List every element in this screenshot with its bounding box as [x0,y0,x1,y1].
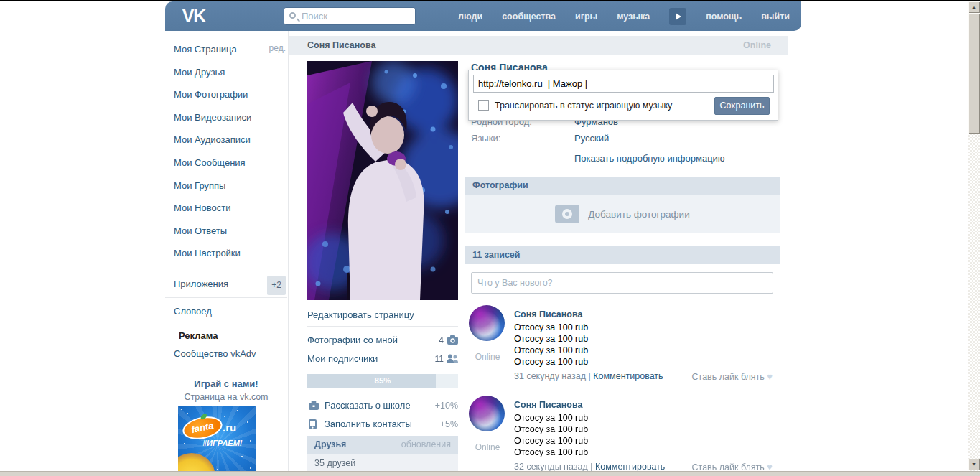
suggestion-school-row[interactable]: Рассказать о школе +10% [307,400,458,413]
show-details-link[interactable]: Показать подробную информацию [574,153,725,164]
ads-section-title: Реклама [179,330,218,341]
suggestion-contacts-bonus: +5% [440,419,458,429]
edit-page-button[interactable]: Редактировать страницу [307,309,414,320]
photos-with-me-row[interactable]: Фотографии со мной 4 [307,335,458,347]
broadcast-music-checkbox[interactable] [478,100,489,111]
friends-count[interactable]: 35 друзей [314,458,355,468]
friends-section-header: Друзья обновления [307,436,458,454]
nav-games[interactable]: игры [575,11,597,22]
post-author-name[interactable]: Соня Писанова [514,309,582,319]
scrollbar-thumb[interactable] [968,13,980,134]
post-text-line: Отсосу за 100 rub [514,436,588,446]
sidebar-item-my-audios[interactable]: Мои Аудиозаписи [174,134,251,145]
sidebar-item-apps[interactable]: Приложения [174,279,228,289]
sidebar-divider [288,31,289,476]
my-followers-label[interactable]: Мои подписчики [307,353,378,364]
wall-post: Online Соня Писанова Отсосу за 100 rub О… [465,396,780,476]
contacts-icon [309,419,317,429]
add-photos-label: Добавить фотографии [588,209,689,220]
sidebar-item-my-videos[interactable]: Мои Видеозаписи [174,112,251,123]
sidebar-item-my-answers[interactable]: Мои Ответы [174,225,227,236]
profile-photo[interactable] [307,61,458,300]
banner-hashtag: #ИГРАЕМ! [202,439,243,447]
sidebar-item-my-page[interactable]: Моя Страница [174,44,237,55]
status-input[interactable] [473,75,774,93]
sidebar-item-my-groups[interactable]: Мои Группы [174,180,225,191]
suggestion-school-label[interactable]: Рассказать о школе [325,400,411,411]
photos-with-me-count: 4 [439,335,444,345]
broadcast-music-label: Транслировать в статус играющую музыку [495,101,672,111]
play-music-button[interactable] [669,8,686,25]
banner-domain: .ru [223,421,236,434]
edit-page-link[interactable]: ред. [269,37,286,60]
status-editor-popup: Транслировать в статус играющую музыку С… [468,70,778,121]
search-input[interactable] [302,9,413,24]
photos-section-title: Фотографии [472,180,528,190]
footer-separator: | [590,462,592,472]
author-online-status: Online [465,442,510,452]
divider [165,269,287,269]
photos-section-body: Добавить фотографии [465,195,780,233]
sidebar-item-my-news[interactable]: Мои Новости [174,202,230,213]
wall-posts-counter: 11 записей [472,250,521,260]
nav-people[interactable]: люди [458,11,482,22]
like-label[interactable]: Ставь лайк блять [692,372,765,382]
search-box[interactable] [284,7,416,25]
heart-icon: ♥ [767,371,773,382]
nav-help[interactable]: помощь [706,11,742,22]
suggestion-school-bonus: +10% [435,401,458,411]
wall-section-header: 11 записей [465,246,780,264]
nav-music[interactable]: музыка [617,11,650,22]
languages-label: Языки: [471,133,500,144]
profile-completeness-bar: 85% [307,374,458,388]
ad-subtitle: Страница на vk.com [165,392,287,402]
my-followers-row[interactable]: Мои подписчики 11 [307,353,458,366]
save-status-button[interactable]: Сохранить [714,97,770,115]
online-status: Online [743,40,771,50]
sidebar-menu: Моя Страницаред. Мои Друзья Мои Фотограф… [174,37,286,264]
comment-link[interactable]: Комментировать [593,371,663,381]
sidebar-apps-row: Приложения +2 [174,276,286,291]
profile-title-strip: Соня Писанова Online [289,36,788,55]
add-photos-button[interactable]: Добавить фотографии [465,195,780,233]
fanta-ad-banner[interactable]: fanta .ru #ИГРАЕМ! [178,406,256,476]
apps-count-badge[interactable]: +2 [267,276,286,295]
post-text-line: Отсосу за 100 rub [514,357,588,367]
nav-logout[interactable]: выйти [761,11,790,22]
like-button[interactable]: Ставь лайк блять ♥ [692,371,773,382]
scroll-down-button[interactable]: ▼ [968,459,980,470]
post-text-line: Отсосу за 100 rub [514,322,588,332]
post-timestamp: 32 секунды назад [514,462,588,472]
suggestion-contacts-label[interactable]: Заполнить контакты [325,419,412,429]
ad-title-link[interactable]: Играй с нами! [165,378,287,389]
play-icon [676,13,681,20]
sidebar-item-my-messages[interactable]: Мои Сообщения [174,157,246,168]
suggestion-contacts-row[interactable]: Заполнить контакты +5% [307,419,458,431]
languages-value[interactable]: Русский [574,133,609,144]
post-author-avatar[interactable] [469,396,505,431]
ads-community-link[interactable]: Сообщество vkAdv [174,348,256,359]
nav-communities[interactable]: сообщества [502,11,556,22]
post-author-avatar[interactable] [469,305,505,341]
friends-title: Друзья [314,439,346,449]
followers-icon [447,354,458,363]
vk-logo[interactable]: VK [175,5,213,27]
camera-icon [555,205,579,223]
post-footer: 32 секунды назад | Комментировать [514,462,665,472]
sidebar-item-my-photos[interactable]: Мои Фотографии [174,89,248,100]
footer-separator: | [589,371,591,381]
photos-with-me-label[interactable]: Фотографии со мной [307,335,398,345]
friends-updates-link[interactable]: обновления [401,439,451,449]
post-text-line: Отсосу за 100 rub [514,334,588,344]
sidebar-item-my-settings[interactable]: Мои Настройки [174,248,241,258]
scroll-up-button[interactable]: ▲ [968,1,980,13]
sidebar-item-slovoed[interactable]: Словоед [174,306,212,317]
post-author-name[interactable]: Соня Писанова [514,400,582,410]
vk-profile-page: VK люди сообщества игры музыка помощь вы… [0,0,980,476]
post-text-line: Отсосу за 100 rub [514,345,588,355]
sidebar-item-my-friends[interactable]: Мои Друзья [174,67,225,78]
comment-link[interactable]: Комментировать [595,462,665,472]
divider [165,297,287,298]
vertical-scrollbar[interactable]: ▲ ▼ [968,1,980,476]
new-post-input[interactable] [471,272,773,294]
